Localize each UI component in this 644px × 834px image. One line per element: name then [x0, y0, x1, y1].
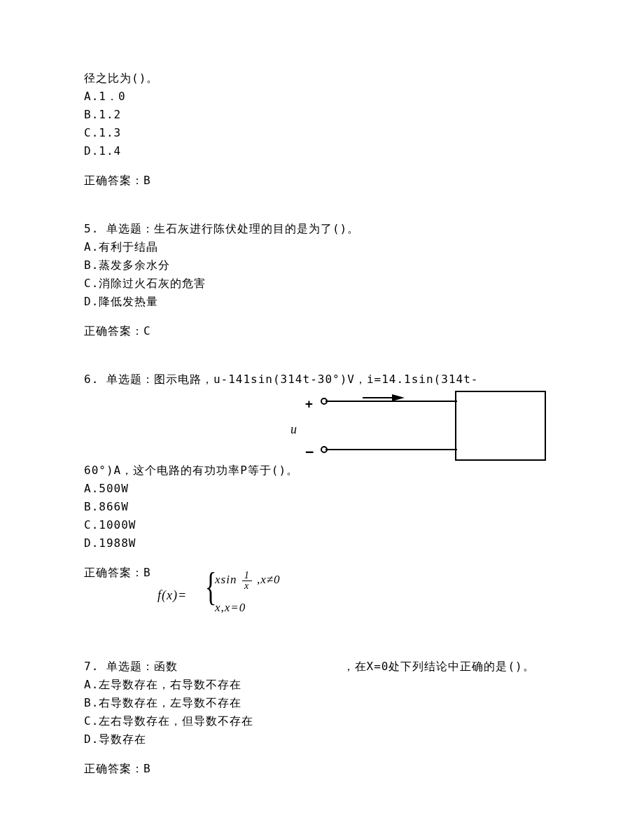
circuit-diagram: + − u: [301, 391, 546, 464]
question-stem: 5. 单选题：生石灰进行陈伏处理的目的是为了()。: [84, 221, 560, 237]
current-arrow-tail: [363, 397, 394, 398]
option-a: A.左导数存在，右导数不存在: [84, 676, 560, 693]
correct-answer: 正确答案：B: [84, 564, 560, 581]
formula-case1: xsin 1 x ,x≠0: [215, 571, 281, 591]
question-stem-line1: 6. 单选题：图示电路，u-141sin(314t-30°)V，i=14.1si…: [84, 371, 560, 388]
option-c: C.1.3: [84, 125, 560, 141]
question-stem: 径之比为()。: [84, 70, 560, 87]
piecewise-function: f(x)= { xsin 1 x ,x≠0 x,x=0: [158, 571, 312, 620]
option-d: D.1988W: [84, 535, 560, 552]
question-5: 5. 单选题：生石灰进行陈伏处理的目的是为了()。 A.有利于结晶 B.蒸发多余…: [84, 221, 560, 340]
option-d: D.降低发热量: [84, 293, 560, 310]
option-b: B.蒸发多余水分: [84, 257, 560, 274]
option-a: A.500W: [84, 480, 560, 497]
circuit-load-box: [455, 391, 546, 461]
case1-pre: xsin: [215, 573, 237, 586]
wire-bottom: [326, 449, 457, 450]
current-arrow-icon: [392, 394, 405, 401]
option-c: C.左右导数存在，但导数不存在: [84, 713, 560, 730]
case1-post: ,x≠0: [257, 573, 281, 586]
correct-answer: 正确答案：B: [84, 760, 560, 777]
formula-fx: f(x)=: [158, 586, 187, 605]
stem-after: ，在X=0处下列结论中正确的是()。: [343, 660, 535, 673]
voltage-label: u: [290, 420, 297, 439]
option-c: C.1000W: [84, 517, 560, 534]
fraction-den: x: [242, 581, 252, 591]
question-stem: 7. 单选题：函数 f(x)= { xsin 1 x ,x≠0 x,x=0 ，在…: [84, 613, 560, 675]
stem-before: 7. 单选题：函数: [84, 660, 178, 673]
option-d: D.导数存在: [84, 731, 560, 748]
correct-answer: 正确答案：B: [84, 172, 560, 189]
question-stem-line2: 60°)A，这个电路的有功功率P等于()。: [84, 462, 560, 479]
question-7: 7. 单选题：函数 f(x)= { xsin 1 x ,x≠0 x,x=0 ，在…: [84, 613, 560, 777]
fraction-num: 1: [242, 571, 252, 581]
correct-answer: 正确答案：C: [84, 323, 560, 340]
option-d: D.1.4: [84, 143, 560, 160]
option-b: B.右导数存在，左导数不存在: [84, 695, 560, 711]
fraction: 1 x: [242, 571, 252, 591]
option-b: B.866W: [84, 499, 560, 515]
formula-case2: x,x=0: [215, 599, 246, 617]
option-c: C.消除过火石灰的危害: [84, 275, 560, 292]
question-6: 6. 单选题：图示电路，u-141sin(314t-30°)V，i=14.1si…: [84, 371, 560, 581]
option-a: A.1．0: [84, 88, 560, 105]
wire-top: [326, 401, 457, 402]
question-4-continued: 径之比为()。 A.1．0 B.1.2 C.1.3 D.1.4 正确答案：B: [84, 70, 560, 189]
option-b: B.1.2: [84, 106, 560, 123]
option-a: A.有利于结晶: [84, 239, 560, 256]
minus-icon: −: [305, 441, 314, 462]
plus-icon: +: [305, 394, 313, 413]
